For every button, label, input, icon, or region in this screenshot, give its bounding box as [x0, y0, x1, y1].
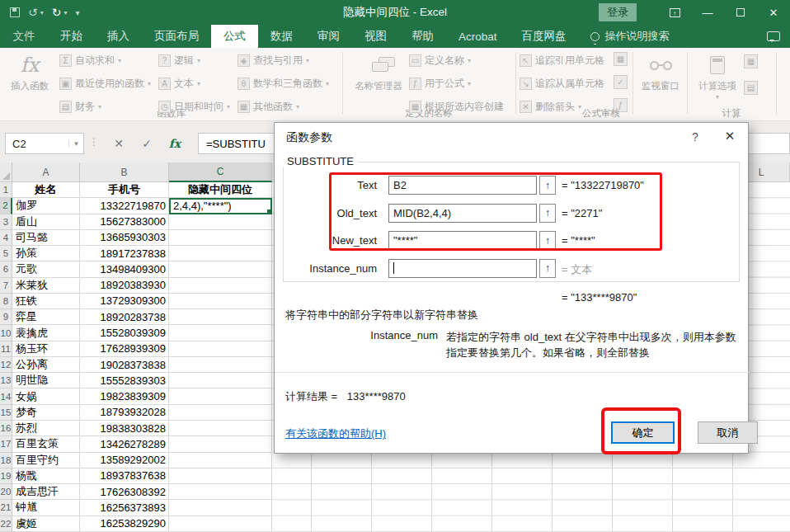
cell-name[interactable]: 虞姬	[12, 516, 80, 532]
cell-masked[interactable]	[169, 405, 272, 421]
row-header-20[interactable]: 20	[0, 484, 12, 500]
row-header-15[interactable]: 15	[0, 405, 12, 421]
cell-name[interactable]: 杨戬	[12, 468, 80, 484]
cell-masked[interactable]	[169, 436, 272, 452]
enter-entry-icon[interactable]: ✓	[137, 134, 157, 153]
cell-name[interactable]: 成吉思汗	[12, 484, 80, 500]
cell-phone[interactable]: 18917237838	[80, 246, 169, 261]
ribbon-item-recently-used-functions[interactable]: ▣最近使用的函数▾	[59, 75, 157, 92]
cell-phone[interactable]: 15528039309	[80, 325, 169, 341]
insert-function-fx-icon[interactable]: fx	[165, 134, 185, 153]
cell-masked[interactable]	[169, 357, 272, 373]
tab-审阅[interactable]: 审阅	[305, 25, 352, 48]
tab-帮助[interactable]: 帮助	[399, 25, 446, 48]
redo-icon[interactable]: ↻	[52, 6, 62, 19]
cell-name[interactable]: 明世隐	[12, 373, 80, 388]
cell-masked[interactable]	[169, 230, 272, 246]
cell-name[interactable]: 弈星	[12, 309, 80, 325]
param-input-text[interactable]: B2	[388, 176, 537, 195]
name-box-dropdown-icon[interactable]: ▾	[68, 139, 83, 148]
ribbon-item-autosum[interactable]: Σ自动求和▾	[59, 52, 157, 69]
cell-phone[interactable]: 19838303828	[80, 421, 169, 436]
column-header-A[interactable]: A	[12, 162, 80, 182]
login-button[interactable]: 登录	[599, 3, 637, 21]
cell-name[interactable]: 米莱狄	[12, 278, 80, 294]
ribbon-item-more-functions[interactable]: ▦其他函数▾	[237, 98, 341, 115]
active-cell-C2[interactable]: 2,4,4),"****")	[169, 198, 272, 214]
cancel-button[interactable]: 取消	[698, 421, 758, 444]
row-header-8[interactable]: 8	[0, 294, 12, 309]
save-icon[interactable]	[10, 7, 20, 17]
name-box[interactable]: C2 ▾	[5, 133, 84, 154]
calculate-sheet-icon[interactable]: ▤	[744, 81, 758, 95]
row-header-21[interactable]: 21	[0, 500, 12, 516]
cell-masked[interactable]	[169, 325, 272, 341]
row-header-14[interactable]: 14	[0, 388, 12, 404]
cell-masked[interactable]	[169, 421, 272, 436]
row-header-11[interactable]: 11	[0, 341, 12, 357]
cancel-entry-icon[interactable]: ✕	[109, 134, 129, 153]
customize-qat-icon[interactable]: ▾	[76, 8, 80, 17]
cell-masked[interactable]	[169, 278, 272, 294]
column-header-C[interactable]: C	[169, 162, 272, 182]
tab-插入[interactable]: 插入	[95, 25, 142, 48]
cell-masked[interactable]	[169, 294, 272, 309]
collapse-dialog-button[interactable]: ↑	[539, 259, 556, 278]
tab-开始[interactable]: 开始	[48, 25, 95, 48]
row-header-3[interactable]: 3	[0, 214, 12, 230]
calculation-options-button[interactable]: 计算选项 ▾	[695, 51, 740, 102]
cell-phone[interactable]: 17628939309	[80, 341, 169, 357]
cell-masked[interactable]	[169, 309, 272, 325]
cell-phone[interactable]: 18793932028	[80, 405, 169, 421]
cell-phone[interactable]: 19823839309	[80, 388, 169, 404]
ribbon-display-options-icon[interactable]: ↑	[658, 0, 691, 25]
cell-name[interactable]: 司马懿	[12, 230, 80, 246]
cell-phone[interactable]: 13322719870	[80, 198, 169, 214]
row-header-12[interactable]: 12	[0, 357, 12, 373]
cell-name[interactable]: 杨玉环	[12, 341, 80, 357]
cell-phone[interactable]: 16256373893	[80, 500, 169, 516]
row-header-18[interactable]: 18	[0, 453, 12, 468]
cell-masked[interactable]	[169, 246, 272, 261]
function-help-link[interactable]: 有关该函数的帮助(H)	[285, 426, 386, 441]
calculate-now-icon[interactable]: ▦	[744, 54, 758, 68]
row-header-5[interactable]: 5	[0, 246, 12, 261]
ribbon-item-text-functions[interactable]: A文本▾	[158, 75, 241, 92]
ok-button[interactable]: 确定	[611, 421, 675, 444]
cell-name[interactable]: 百里守约	[12, 453, 80, 468]
cell-masked[interactable]	[169, 500, 272, 516]
cell-name[interactable]: 盾山	[12, 214, 80, 230]
cell-masked[interactable]	[169, 373, 272, 388]
row-header-17[interactable]: 17	[0, 436, 12, 452]
cell-phone[interactable]: 13426278289	[80, 436, 169, 452]
cell-phone[interactable]: 15627383000	[80, 214, 169, 230]
cell-phone[interactable]: 15552839303	[80, 373, 169, 388]
cell-masked[interactable]	[169, 468, 272, 484]
row-header-6[interactable]: 6	[0, 261, 12, 277]
minimize-button[interactable]: —	[691, 0, 724, 25]
tab-页面布局[interactable]: 页面布局	[142, 25, 211, 48]
row-header-1[interactable]: 1	[0, 182, 12, 198]
ribbon-item-define-name[interactable]: ▭定义名称▾	[409, 52, 515, 69]
tab-百度网盘[interactable]: 百度网盘	[510, 25, 579, 48]
select-all-corner[interactable]	[0, 162, 12, 182]
ribbon-item-date-time[interactable]: ◷日期和时间▾	[158, 98, 241, 115]
cell-phone[interactable]: 18920383930	[80, 278, 169, 294]
cell-masked[interactable]	[169, 484, 272, 500]
param-input-new_text[interactable]: "****"	[388, 231, 537, 250]
ribbon-item-trace-dependents[interactable]: ↘追踪从属单元格	[520, 75, 612, 92]
cell-phone[interactable]: 13685930303	[80, 230, 169, 246]
show-formulas-icon[interactable]: ▦	[614, 52, 628, 66]
tell-me-search[interactable]: 操作说明搜索	[579, 25, 681, 48]
error-checking-icon[interactable]: ✓	[614, 75, 628, 89]
cell-name[interactable]: 裴擒虎	[12, 325, 80, 341]
cell-phone[interactable]: 13729309300	[80, 294, 169, 309]
row-header-10[interactable]: 10	[0, 325, 12, 341]
cell-name[interactable]: 梦奇	[12, 405, 80, 421]
cell-phone[interactable]: 13589292002	[80, 453, 169, 468]
name-manager-button[interactable]: 名称管理器	[353, 51, 404, 92]
ribbon-item-math-trig[interactable]: θ数学和三角函数▾	[237, 75, 341, 92]
tab-file[interactable]: 文件	[0, 25, 48, 48]
cell-name[interactable]: 孙策	[12, 246, 80, 261]
row-header-16[interactable]: 16	[0, 421, 12, 436]
